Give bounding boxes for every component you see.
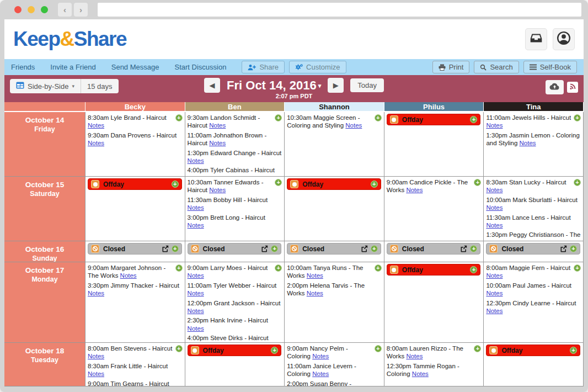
notes-link[interactable]: Notes — [88, 370, 104, 377]
add-event-icon[interactable]: + — [574, 114, 581, 121]
current-date-label: Fri Oct 14, 2016 — [227, 78, 317, 92]
share-button[interactable]: Share — [242, 61, 285, 73]
minimize-window-button[interactable] — [28, 6, 35, 13]
notes-link[interactable]: Notes — [345, 122, 362, 129]
notes-link[interactable]: Notes — [486, 222, 503, 229]
event-item: 12:30pm Tammie Rogan - Coloring Notes — [387, 362, 482, 378]
cloud-sync-button[interactable] — [546, 80, 564, 94]
notes-link[interactable]: Notes — [188, 308, 204, 314]
notes-link[interactable]: Notes — [412, 370, 429, 377]
notes-link[interactable]: Notes — [188, 204, 204, 211]
notes-link[interactable]: Notes — [188, 272, 204, 279]
offday-icon — [91, 180, 99, 188]
event-item: 11:00am Janice Levern - Coloring Notes — [287, 362, 382, 378]
notes-link[interactable]: Notes — [486, 308, 503, 314]
calendar-cell-shannon: +10:00am Tanya Runs - The Works Notes2:0… — [285, 262, 384, 343]
share-button-label: Share — [259, 63, 279, 71]
notes-link[interactable]: Notes — [188, 222, 204, 229]
add-event-icon[interactable]: + — [172, 245, 179, 252]
offday-banner[interactable]: Offday+ — [387, 114, 481, 125]
nav-link-start-discussion[interactable]: Start Discussion — [174, 63, 226, 71]
add-event-icon[interactable]: + — [375, 114, 382, 121]
previous-day-button[interactable]: ◀ — [204, 78, 220, 93]
add-event-icon[interactable]: + — [570, 347, 577, 354]
closed-banner[interactable]: Closed+ — [387, 243, 481, 255]
external-link-icon[interactable] — [560, 245, 567, 252]
notes-link[interactable]: Notes — [188, 157, 204, 164]
customize-button[interactable]: Customize — [289, 61, 346, 73]
notes-link[interactable]: Notes — [486, 290, 503, 296]
address-bar[interactable] — [98, 3, 581, 17]
account-button[interactable] — [553, 28, 575, 50]
closed-banner[interactable]: Closed+ — [188, 243, 282, 255]
notes-link[interactable]: Notes — [406, 353, 423, 359]
keepandshare-logo[interactable]: Keep&Share — [13, 28, 126, 51]
cloud-upload-icon — [549, 82, 560, 92]
add-event-icon[interactable]: + — [574, 179, 581, 186]
closed-banner[interactable]: Closed+ — [287, 243, 381, 255]
notes-link[interactable]: Notes — [209, 122, 226, 129]
add-event-icon[interactable]: + — [175, 114, 183, 121]
notes-link[interactable]: Notes — [486, 187, 503, 193]
add-event-icon[interactable]: + — [470, 116, 477, 123]
offday-banner[interactable]: Offday+ — [287, 178, 381, 190]
maximize-window-button[interactable] — [41, 6, 48, 13]
notes-link[interactable]: Notes — [209, 140, 226, 146]
next-day-button[interactable]: ▶ — [328, 78, 344, 93]
external-link-icon[interactable] — [460, 245, 467, 252]
add-event-icon[interactable]: + — [175, 345, 183, 352]
notes-link[interactable]: Notes — [88, 140, 104, 146]
self-book-button[interactable]: Self-Book — [523, 61, 577, 73]
today-button[interactable]: Today — [350, 78, 384, 92]
notes-link[interactable]: Notes — [486, 272, 503, 279]
offday-banner[interactable]: Offday+ — [88, 178, 182, 190]
add-event-icon[interactable]: + — [271, 245, 278, 252]
nav-link-friends[interactable]: Friends — [11, 63, 35, 71]
add-event-icon[interactable]: + — [470, 245, 477, 252]
notes-link[interactable]: Notes — [188, 290, 204, 296]
notes-link[interactable]: Notes — [307, 290, 323, 296]
inbox-button[interactable] — [525, 28, 547, 50]
notes-link[interactable]: Notes — [209, 187, 226, 193]
add-event-icon[interactable]: + — [175, 264, 183, 272]
offday-banner[interactable]: Offday+ — [387, 264, 481, 276]
notes-link[interactable]: Notes — [486, 122, 503, 129]
closed-banner[interactable]: Closed+ — [486, 243, 580, 255]
notes-link[interactable]: Notes — [307, 272, 323, 279]
add-event-icon[interactable]: + — [375, 264, 382, 272]
add-event-icon[interactable]: + — [574, 264, 581, 272]
notes-link[interactable]: Notes — [88, 353, 104, 359]
notes-link[interactable]: Notes — [406, 187, 423, 193]
closed-banner[interactable]: Closed+ — [88, 243, 182, 255]
rss-feed-button[interactable] — [567, 82, 578, 93]
close-window-button[interactable] — [14, 6, 22, 13]
notes-link[interactable]: Notes — [312, 353, 329, 359]
add-event-icon[interactable]: + — [570, 245, 577, 252]
nav-link-send-message[interactable]: Send Message — [111, 63, 159, 71]
add-event-icon[interactable]: + — [172, 181, 179, 188]
notes-link[interactable]: Notes — [88, 290, 104, 296]
offday-banner[interactable]: Offday+ — [188, 345, 282, 356]
external-link-icon[interactable] — [261, 245, 268, 252]
notes-link[interactable]: Notes — [312, 370, 329, 377]
offday-banner[interactable]: Offday+ — [486, 345, 580, 356]
add-event-icon[interactable]: + — [375, 345, 382, 352]
external-link-icon[interactable] — [361, 245, 368, 252]
row-day-label: Monday — [4, 276, 85, 283]
add-event-icon[interactable]: + — [371, 245, 378, 252]
notes-link[interactable]: Notes — [120, 272, 137, 279]
add-event-icon[interactable]: + — [470, 266, 477, 273]
add-event-icon[interactable]: + — [271, 347, 278, 354]
external-link-icon[interactable] — [162, 245, 169, 252]
notes-link[interactable]: Notes — [486, 204, 503, 211]
notes-link[interactable]: Notes — [520, 140, 536, 146]
search-button[interactable]: Search — [474, 61, 518, 73]
notes-link[interactable]: Notes — [188, 325, 204, 332]
browser-forward-button[interactable]: › — [74, 3, 88, 17]
add-event-icon[interactable]: + — [371, 181, 378, 188]
notes-link[interactable]: Notes — [88, 122, 104, 129]
current-date-dropdown[interactable]: Fri Oct 14, 2016▾ — [227, 78, 321, 93]
print-button[interactable]: Print — [432, 61, 470, 73]
nav-link-invite-a-friend[interactable]: Invite a Friend — [50, 63, 95, 71]
browser-back-button[interactable]: ‹ — [58, 3, 72, 17]
